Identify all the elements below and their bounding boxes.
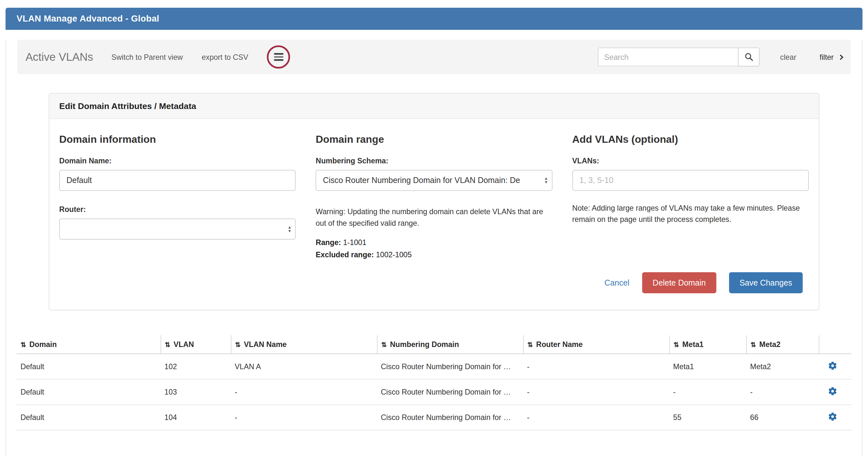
column-header-actions bbox=[819, 335, 851, 354]
cell-vlan: 103 bbox=[160, 379, 231, 404]
add-vlans-heading: Add VLANs (optional) bbox=[572, 133, 809, 146]
gear-icon bbox=[828, 387, 837, 396]
sort-icon: ⇅ bbox=[235, 341, 240, 349]
row-settings-button[interactable] bbox=[828, 387, 837, 396]
page: VLAN Manage Advanced - Global Active VLA… bbox=[0, 8, 868, 456]
column-header-meta2[interactable]: ⇅Meta2 bbox=[746, 335, 819, 354]
table-header-row: ⇅Domain ⇅VLAN ⇅VLAN Name ⇅Numbering Doma… bbox=[17, 335, 851, 354]
sort-icon: ⇅ bbox=[381, 341, 387, 349]
column-header-vlan-name[interactable]: ⇅VLAN Name bbox=[231, 335, 377, 354]
cell-router-name: - bbox=[523, 405, 669, 430]
chevron-right-icon bbox=[838, 54, 843, 60]
domain-range-column: Domain range Numbering Schema: Cisco Rou… bbox=[316, 133, 552, 259]
search-input[interactable] bbox=[598, 47, 738, 67]
sort-icon: ⇅ bbox=[527, 341, 533, 349]
range-label: Range: bbox=[316, 239, 341, 247]
vlan-table: ⇅Domain ⇅VLAN ⇅VLAN Name ⇅Numbering Doma… bbox=[17, 335, 851, 431]
cell-router-name: - bbox=[523, 354, 669, 379]
cell-vlan: 102 bbox=[160, 354, 231, 379]
section-title: Active VLANs bbox=[25, 51, 93, 63]
cell-actions bbox=[819, 405, 851, 430]
panel-actions: Cancel Delete Domain Save Changes bbox=[49, 259, 819, 310]
export-to-csv-link[interactable]: export to CSV bbox=[202, 53, 248, 61]
domain-information-column: Domain information Domain Name: Router: … bbox=[59, 133, 296, 259]
domain-name-label: Domain Name: bbox=[59, 157, 296, 165]
toolbar-right-group: clear filter bbox=[598, 47, 843, 67]
add-vlans-column: Add VLANs (optional) VLANs: Note: Adding… bbox=[572, 133, 809, 259]
cell-domain: Default bbox=[17, 354, 160, 379]
sort-icon: ⇅ bbox=[750, 341, 756, 349]
cell-numbering-domain: Cisco Router Numbering Domain for … bbox=[377, 354, 523, 379]
select-arrows-icon: ▴▾ bbox=[545, 176, 547, 184]
column-header-meta1[interactable]: ⇅Meta1 bbox=[669, 335, 746, 354]
table-row: Default 104 - Cisco Router Numbering Dom… bbox=[17, 405, 851, 430]
vlan-table-body: Default 102 VLAN A Cisco Router Numberin… bbox=[17, 354, 851, 430]
cell-vlan: 104 bbox=[160, 405, 231, 430]
numbering-schema-value: Cisco Router Numbering Domain for VLAN D… bbox=[323, 176, 543, 185]
window-title-bar: VLAN Manage Advanced - Global bbox=[5, 8, 863, 30]
cell-meta2: 66 bbox=[746, 405, 819, 430]
column-header-domain[interactable]: ⇅Domain bbox=[17, 335, 160, 354]
cell-meta1: - bbox=[669, 379, 746, 404]
cell-domain: Default bbox=[17, 379, 160, 404]
cell-meta2: - bbox=[746, 379, 819, 404]
vlans-note-text: Note: Adding large ranges of VLANs may t… bbox=[572, 203, 809, 225]
vlans-input[interactable] bbox=[572, 170, 809, 191]
numbering-warning-text: Warning: Updating the numbering domain c… bbox=[316, 206, 552, 229]
numbering-schema-label: Numbering Schema: bbox=[316, 157, 552, 165]
cell-vlan-name: - bbox=[231, 379, 377, 404]
content-frame: Active VLANs Switch to Parent view expor… bbox=[5, 40, 863, 456]
domain-information-heading: Domain information bbox=[59, 133, 296, 146]
router-label: Router: bbox=[59, 205, 296, 214]
search-group bbox=[598, 47, 760, 67]
select-arrows-icon: ▴▾ bbox=[288, 225, 291, 233]
sort-icon: ⇅ bbox=[673, 341, 679, 349]
range-value: 1-1001 bbox=[343, 239, 366, 247]
toolbar: Active VLANs Switch to Parent view expor… bbox=[17, 40, 850, 74]
cell-router-name: - bbox=[523, 379, 669, 404]
vlans-label: VLANs: bbox=[572, 157, 809, 165]
panel-body: Domain information Domain Name: Router: … bbox=[49, 119, 819, 259]
gear-icon bbox=[828, 361, 837, 370]
table-row: Default 102 VLAN A Cisco Router Numberin… bbox=[17, 354, 851, 379]
cell-meta2: Meta2 bbox=[746, 354, 819, 379]
switch-to-parent-view-link[interactable]: Switch to Parent view bbox=[111, 53, 183, 61]
column-menu-button[interactable] bbox=[267, 45, 290, 68]
search-button[interactable] bbox=[738, 47, 760, 67]
magnifier-icon bbox=[744, 53, 753, 61]
excluded-range-label: Excluded range: bbox=[316, 251, 374, 259]
hamburger-menu-icon bbox=[274, 53, 283, 61]
cell-actions bbox=[819, 354, 851, 379]
table-row: Default 103 - Cisco Router Numbering Dom… bbox=[17, 379, 851, 404]
numbering-schema-select[interactable]: Cisco Router Numbering Domain for VLAN D… bbox=[316, 170, 552, 191]
gear-icon bbox=[828, 412, 837, 421]
cancel-button[interactable]: Cancel bbox=[604, 278, 630, 287]
excluded-range-value: 1002-1005 bbox=[376, 251, 412, 259]
cell-domain: Default bbox=[17, 405, 160, 430]
column-header-numbering-domain[interactable]: ⇅Numbering Domain bbox=[377, 335, 523, 354]
filter-label: filter bbox=[819, 53, 834, 61]
cell-numbering-domain: Cisco Router Numbering Domain for … bbox=[377, 379, 523, 404]
column-header-vlan[interactable]: ⇅VLAN bbox=[160, 335, 231, 354]
clear-search-link[interactable]: clear bbox=[780, 53, 796, 61]
column-header-router-name[interactable]: ⇅Router Name bbox=[523, 335, 669, 354]
router-select[interactable]: ▴▾ bbox=[59, 219, 296, 239]
excluded-range-line: Excluded range: 1002-1005 bbox=[316, 251, 552, 259]
delete-domain-button[interactable]: Delete Domain bbox=[642, 272, 716, 293]
sort-icon: ⇅ bbox=[21, 341, 26, 349]
row-settings-button[interactable] bbox=[828, 412, 837, 421]
sort-icon: ⇅ bbox=[165, 341, 170, 349]
cell-vlan-name: VLAN A bbox=[231, 354, 377, 379]
cell-meta1: 55 bbox=[669, 405, 746, 430]
edit-domain-panel: Edit Domain Attributes / Metadata Domain… bbox=[49, 93, 819, 310]
domain-name-input[interactable] bbox=[59, 170, 296, 191]
save-changes-button[interactable]: Save Changes bbox=[729, 272, 803, 293]
page-title: VLAN Manage Advanced - Global bbox=[17, 14, 159, 24]
filter-toggle[interactable]: filter bbox=[819, 53, 842, 61]
cell-meta1: Meta1 bbox=[669, 354, 746, 379]
row-settings-button[interactable] bbox=[828, 361, 837, 370]
domain-range-heading: Domain range bbox=[316, 133, 552, 146]
range-line: Range: 1-1001 bbox=[316, 239, 552, 247]
panel-header: Edit Domain Attributes / Metadata bbox=[49, 94, 819, 119]
cell-vlan-name: - bbox=[231, 405, 377, 430]
